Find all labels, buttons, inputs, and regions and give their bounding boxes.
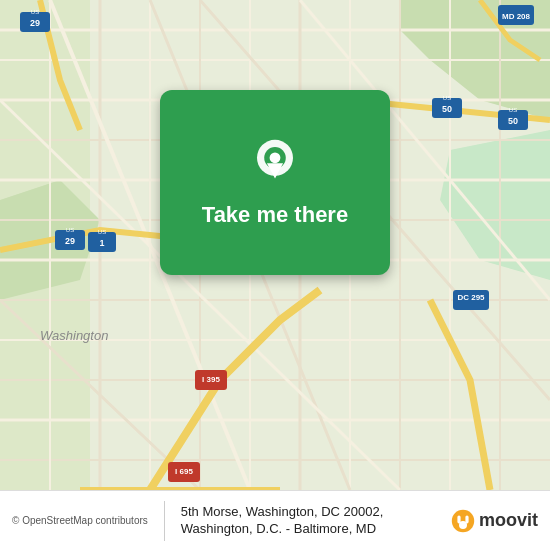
svg-text:1: 1 bbox=[99, 238, 104, 248]
svg-text:US: US bbox=[66, 227, 74, 233]
moovit-icon bbox=[451, 509, 475, 533]
svg-text:US: US bbox=[31, 9, 39, 15]
moovit-name: moovit bbox=[479, 510, 538, 531]
svg-text:I 395: I 395 bbox=[202, 375, 220, 384]
svg-text:50: 50 bbox=[508, 116, 518, 126]
svg-point-59 bbox=[270, 152, 281, 163]
svg-text:Washington: Washington bbox=[40, 328, 108, 343]
svg-rect-64 bbox=[465, 515, 468, 523]
moovit-logo: moovit bbox=[451, 509, 538, 533]
osm-attribution: © OpenStreetMap contributors bbox=[12, 515, 148, 526]
svg-text:50: 50 bbox=[442, 104, 452, 114]
svg-text:MD 208: MD 208 bbox=[502, 12, 531, 21]
separator bbox=[164, 501, 165, 541]
svg-text:US: US bbox=[98, 229, 106, 235]
bottom-bar: © OpenStreetMap contributors 5th Morse, … bbox=[0, 490, 550, 550]
take-me-there-button[interactable]: Take me there bbox=[160, 90, 390, 275]
svg-text:US: US bbox=[509, 107, 517, 113]
take-me-there-label: Take me there bbox=[202, 202, 348, 228]
svg-text:DC 295: DC 295 bbox=[457, 293, 485, 302]
svg-rect-63 bbox=[457, 515, 460, 523]
svg-text:US: US bbox=[443, 95, 451, 101]
svg-text:29: 29 bbox=[65, 236, 75, 246]
svg-text:I 695: I 695 bbox=[175, 467, 193, 476]
location-pin-icon bbox=[248, 138, 302, 192]
address-text: 5th Morse, Washington, DC 20002, Washing… bbox=[181, 504, 443, 538]
svg-text:29: 29 bbox=[30, 18, 40, 28]
map-container: 29 US 29 US 1 US 50 US 50 US I 395 I 695… bbox=[0, 0, 550, 490]
